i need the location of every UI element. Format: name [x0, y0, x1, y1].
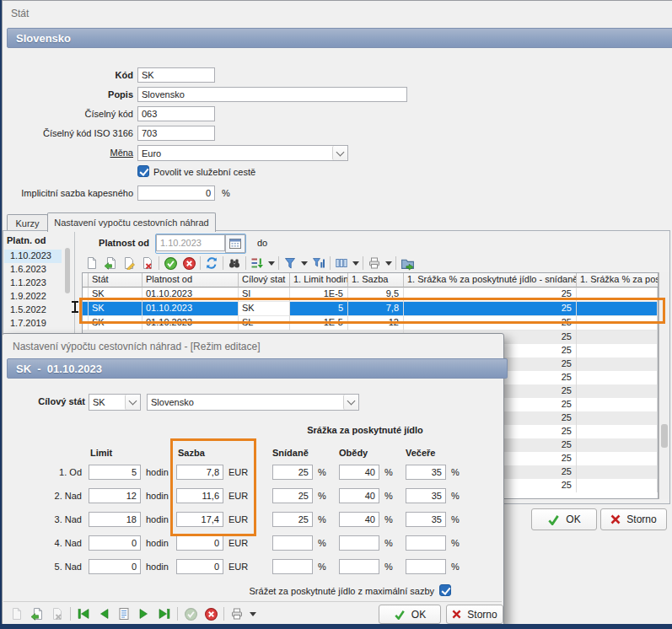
- refresh-icon[interactable]: [204, 255, 219, 271]
- cell-cilovy-editing[interactable]: SK: [239, 302, 290, 316]
- table-row-selected[interactable]: SK 01.10.2023 SK 5 7,8 25: [83, 302, 658, 316]
- sazba-input-5[interactable]: [176, 559, 223, 574]
- snidane-input-5[interactable]: [272, 559, 313, 574]
- row-label: 2. Nad: [26, 491, 82, 501]
- snidane-input-1[interactable]: [272, 465, 313, 480]
- obedy-input-2[interactable]: [339, 488, 379, 503]
- kapesne-input[interactable]: [137, 185, 215, 201]
- limit-input-1[interactable]: [89, 465, 141, 480]
- search-icon[interactable]: [227, 255, 242, 271]
- sort-dropdown-caret[interactable]: [268, 261, 275, 266]
- accept-icon[interactable]: [163, 255, 178, 271]
- sazba-input-4[interactable]: [176, 535, 223, 551]
- tab-kurzy[interactable]: Kurzy: [7, 214, 48, 232]
- nav-list-icon[interactable]: [116, 606, 132, 621]
- filter-dropdown-caret[interactable]: [301, 261, 308, 266]
- srazet-checkbox[interactable]: [439, 584, 451, 596]
- sazba-input-1[interactable]: [176, 465, 223, 480]
- new-record-icon[interactable]: [84, 255, 99, 271]
- col-header[interactable]: 1. Srážka % za pos: [577, 273, 658, 288]
- filter-icon[interactable]: [282, 255, 298, 271]
- platn-item[interactable]: 1.1.2023: [4, 277, 62, 290]
- print-icon[interactable]: [367, 255, 382, 271]
- pct-unit: %: [318, 514, 326, 524]
- platn-list-scrollbar[interactable]: [65, 248, 70, 293]
- limit-input-5[interactable]: [89, 559, 141, 574]
- edit-record-icon[interactable]: [121, 255, 137, 271]
- col-header[interactable]: Platnost od: [142, 273, 239, 288]
- copy-record-icon[interactable]: [30, 606, 45, 621]
- cilovy-stat-name-combo[interactable]: Slovensko: [147, 394, 359, 411]
- limit-input-2[interactable]: [89, 488, 141, 503]
- print-dropdown-caret[interactable]: [250, 612, 256, 616]
- ok-button[interactable]: OK: [531, 508, 597, 530]
- columns-dropdown-caret[interactable]: [352, 261, 359, 266]
- delete-record-icon[interactable]: [140, 255, 155, 271]
- limit-input-3[interactable]: [89, 512, 141, 527]
- sazba-input-3[interactable]: [176, 512, 223, 527]
- table-scrollbar[interactable]: [659, 272, 669, 499]
- limit-input-4[interactable]: [89, 535, 141, 551]
- columns-icon[interactable]: [334, 255, 349, 271]
- tab-nastaveni-nahrad[interactable]: Nastavení vypočtu cestovních náhrad: [47, 212, 216, 232]
- snidane-input-3[interactable]: [272, 512, 313, 527]
- mena-combo[interactable]: Euro: [137, 145, 348, 161]
- filter-graph-icon[interactable]: [311, 255, 326, 271]
- row-marker: [83, 288, 89, 302]
- calendar-button[interactable]: [225, 234, 245, 253]
- obedy-input-3[interactable]: [339, 512, 379, 527]
- vecere-input-1[interactable]: [406, 465, 446, 480]
- table-row[interactable]: SK 01.10.2023 SL 1E-5 12 25: [83, 316, 658, 331]
- sazba-input-2[interactable]: [176, 488, 223, 503]
- vecere-input-3[interactable]: [406, 512, 446, 527]
- storno-button[interactable]: Storno: [600, 508, 667, 530]
- platn-item[interactable]: 1.5.2022: [4, 304, 62, 317]
- delete-record-icon[interactable]: [50, 606, 65, 621]
- snidane-input-2[interactable]: [272, 488, 313, 503]
- obedy-input-5[interactable]: [339, 559, 379, 574]
- table-row[interactable]: SK 01.10.2023 SI 1E-5 9,5 25: [83, 288, 658, 302]
- cancel-icon[interactable]: [181, 255, 196, 271]
- obedy-input-1[interactable]: [339, 465, 379, 480]
- cancel-icon[interactable]: [203, 606, 218, 621]
- kod-input[interactable]: [137, 67, 215, 83]
- dialog-ok-button[interactable]: OK: [379, 605, 441, 624]
- cilovy-stat-code-combo[interactable]: SK: [89, 394, 141, 411]
- col-header[interactable]: Cílový stat: [239, 273, 290, 288]
- vecere-input-4[interactable]: [406, 535, 446, 551]
- export-folder-icon[interactable]: [400, 255, 415, 271]
- mena-dropdown-button[interactable]: [332, 146, 347, 160]
- popis-input[interactable]: [137, 87, 407, 102]
- col-header[interactable]: 1. Srážka % za poskytnuté jídlo - snídan…: [404, 273, 577, 288]
- platn-item[interactable]: 1.9.2022: [4, 290, 62, 304]
- povolit-checkbox[interactable]: [137, 165, 149, 177]
- copy-record-icon[interactable]: [103, 255, 118, 271]
- nav-last-icon[interactable]: [157, 606, 172, 621]
- vecere-input-5[interactable]: [406, 559, 446, 574]
- accept-icon[interactable]: [183, 606, 198, 621]
- print-icon[interactable]: [229, 606, 245, 621]
- vecere-input-2[interactable]: [406, 488, 446, 503]
- iso-kod-input[interactable]: [137, 126, 215, 141]
- print-dropdown-caret[interactable]: [385, 261, 392, 266]
- platnost-od-date-input[interactable]: 1.10.2023: [156, 234, 225, 251]
- platn-item[interactable]: 1.6.2023: [4, 263, 62, 277]
- dialog-storno-button[interactable]: Storno: [446, 605, 503, 624]
- col-header[interactable]: 1. Sazba: [348, 273, 404, 288]
- table-scrollbar-thumb[interactable]: [661, 424, 668, 448]
- nav-next-icon[interactable]: [137, 606, 152, 621]
- col-header[interactable]: Stát: [89, 273, 142, 288]
- cilovy-code-dropdown-button[interactable]: [125, 395, 140, 410]
- platn-item[interactable]: 1.7.2019: [4, 317, 62, 331]
- ciselny-kod-input[interactable]: [137, 106, 215, 121]
- nav-prev-icon[interactable]: [96, 606, 111, 621]
- sort-icon[interactable]: [250, 255, 265, 271]
- new-record-icon[interactable]: [9, 606, 24, 621]
- cilovy-name-dropdown-button[interactable]: [343, 395, 358, 410]
- nav-first-icon[interactable]: [76, 606, 91, 621]
- platn-item[interactable]: 1.10.2023: [4, 250, 62, 263]
- pct-unit: %: [384, 562, 393, 572]
- col-header[interactable]: 1. Limit hodin: [290, 273, 348, 288]
- snidane-input-4[interactable]: [272, 535, 313, 551]
- obedy-input-4[interactable]: [339, 535, 379, 551]
